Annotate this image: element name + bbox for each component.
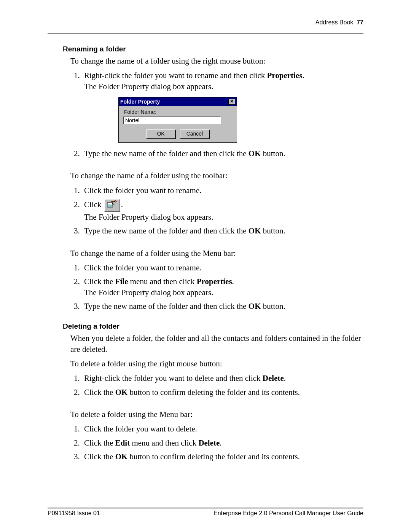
text: . bbox=[284, 374, 286, 383]
cancel-button[interactable]: Cancel bbox=[180, 129, 209, 139]
footer-left: P0911958 Issue 01 bbox=[48, 510, 100, 517]
header-page-number: 77 bbox=[357, 19, 363, 26]
bold: File bbox=[115, 277, 128, 286]
page-header: Address Book 77 bbox=[48, 19, 363, 26]
text: button. bbox=[261, 302, 285, 311]
intro-rightclick-rename: To change the name of a folder using the… bbox=[70, 56, 363, 66]
text: button. bbox=[261, 226, 285, 235]
text: button. bbox=[261, 149, 285, 158]
bold: OK bbox=[115, 388, 128, 397]
text: Right-click the folder you want to delet… bbox=[84, 374, 263, 383]
bold: Properties bbox=[267, 71, 303, 80]
page-footer: P0911958 Issue 01 Enterprise Edge 2.0 Pe… bbox=[48, 508, 363, 517]
step: Click the File menu and then click Prope… bbox=[82, 276, 363, 298]
bold: OK bbox=[249, 302, 261, 311]
step: Right-click the folder you want to renam… bbox=[82, 70, 363, 142]
text: The Folder Property dialog box appears. bbox=[84, 82, 213, 91]
folder-property-dialog: Folder Property ✕ Folder Name: OK Cancel bbox=[118, 97, 237, 143]
bold: Edit bbox=[115, 438, 130, 447]
steps-menubar-delete: Click the folder you want to delete. Cli… bbox=[70, 423, 363, 462]
document-page: Address Book 77 Renaming a folder To cha… bbox=[0, 0, 411, 532]
bold: Properties bbox=[197, 277, 232, 286]
step: Click the OK button to confirm deleting … bbox=[82, 387, 363, 398]
text: menu and then click bbox=[128, 277, 196, 286]
header-section: Address Book bbox=[315, 19, 354, 26]
step: Type the new name of the folder and then… bbox=[82, 225, 363, 236]
intro-menubar-rename: To change the name of a folder using the… bbox=[70, 248, 363, 259]
text: Click the bbox=[84, 277, 115, 286]
bold: OK bbox=[249, 226, 261, 235]
intro-menubar-delete: To delete a folder using the Menu bar: bbox=[70, 409, 363, 420]
text: menu and then click bbox=[130, 438, 198, 447]
intro-toolbar-rename: To change the name of a folder using the… bbox=[70, 170, 363, 181]
steps-menubar-rename: Click the folder you want to rename. Cli… bbox=[70, 262, 363, 312]
step: Right-click the folder you want to delet… bbox=[82, 373, 363, 383]
intro-rightclick-delete: To delete a folder using the right mouse… bbox=[70, 358, 363, 369]
folder-name-input[interactable] bbox=[123, 117, 221, 124]
properties-toolbar-icon[interactable] bbox=[104, 199, 120, 212]
heading-renaming: Renaming a folder bbox=[63, 45, 363, 53]
text: . bbox=[302, 71, 304, 80]
text: button to confirm deleting the folder an… bbox=[127, 388, 300, 397]
step: Type the new name of the folder and then… bbox=[82, 148, 363, 159]
text: Click the bbox=[84, 388, 115, 397]
bold: OK bbox=[249, 149, 261, 158]
heading-deleting: Deleting a folder bbox=[63, 322, 363, 331]
bold: Delete bbox=[263, 374, 284, 383]
step: Click the Edit menu and then click Delet… bbox=[82, 438, 363, 448]
svg-line-5 bbox=[115, 200, 116, 202]
step: Click the OK button to confirm deleting … bbox=[82, 451, 363, 462]
text: Type the new name of the folder and then… bbox=[84, 226, 249, 235]
text: . bbox=[220, 438, 221, 447]
dialog-titlebar: Folder Property ✕ bbox=[119, 97, 237, 106]
text: Type the new name of the folder and then… bbox=[84, 149, 249, 158]
text: The Folder Property dialog box appears. bbox=[84, 212, 213, 222]
dialog-title: Folder Property bbox=[120, 98, 160, 105]
header-rule bbox=[48, 34, 363, 34]
folder-name-label: Folder Name: bbox=[124, 109, 233, 116]
dialog-buttons: OK Cancel bbox=[123, 129, 233, 139]
text: . bbox=[121, 200, 123, 209]
text: Click the bbox=[84, 438, 115, 447]
bold: OK bbox=[115, 452, 128, 461]
bold: Delete bbox=[198, 438, 220, 447]
text: Right-click the folder you want to renam… bbox=[84, 71, 267, 80]
intro-deleting: When you delete a folder, the folder and… bbox=[70, 333, 363, 355]
text: . bbox=[232, 277, 234, 286]
step: Click the folder you want to rename. bbox=[82, 185, 363, 196]
footer-right: Enterprise Edge 2.0 Personal Call Manage… bbox=[213, 510, 363, 517]
dialog-screenshot: Folder Property ✕ Folder Name: OK Cancel bbox=[118, 97, 363, 143]
ok-button[interactable]: OK bbox=[146, 129, 175, 139]
text: button to confirm deleting the folder an… bbox=[127, 452, 300, 461]
step: Click the folder you want to rename. bbox=[82, 262, 363, 273]
text: Click the bbox=[84, 452, 115, 461]
step: Click the folder you want to delete. bbox=[82, 423, 363, 434]
steps-rightclick-delete: Right-click the folder you want to delet… bbox=[70, 373, 363, 398]
close-icon[interactable]: ✕ bbox=[228, 99, 235, 105]
dialog-body: Folder Name: OK Cancel bbox=[119, 106, 237, 142]
text: The Folder Property dialog box appears. bbox=[84, 288, 213, 297]
text: Type the new name of the folder and then… bbox=[84, 302, 249, 311]
steps-rightclick-rename: Right-click the folder you want to renam… bbox=[70, 70, 363, 159]
text: Click bbox=[84, 200, 104, 209]
step: Type the new name of the folder and then… bbox=[82, 301, 363, 312]
steps-toolbar-rename: Click the folder you want to rename. Cli… bbox=[70, 185, 363, 236]
step: Click . The Folder Property dialog box a… bbox=[82, 199, 363, 222]
